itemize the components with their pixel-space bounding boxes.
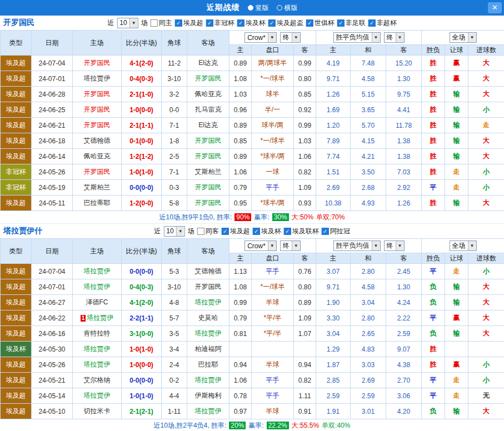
recent-count-value: 10 [166,227,173,235]
odds-stage-select[interactable]: 终▼ [280,240,301,251]
layout-radio-horizontal[interactable]: 横版 [277,3,298,13]
odds-company-select[interactable]: Crow*▼ [244,32,277,43]
match-score: 1-0(1-0) [122,164,162,180]
euro-away-odds: 2.45 [386,264,422,279]
col-header-home: 主场 [73,239,122,264]
recent-count-select[interactable]: 10▼ [117,18,138,28]
handicap-result-cell: 走 [445,264,468,279]
goals-result-cell: 小 [468,102,504,118]
result-cell: 平 [422,373,445,388]
handicap-line: 半球 [252,295,294,310]
summary-part: 单双:70% [316,213,345,222]
col-header-result: 胜负 [422,253,445,264]
layout-radio-vertical[interactable]: 竖版 [248,3,269,13]
scope-select[interactable]: 全场▼ [450,240,477,251]
dropdown-arrow-icon: ▼ [372,241,380,250]
home-team: 塔拉贾伊 [73,279,122,295]
goals-result-cell: 大 [468,279,504,295]
col-header-goals: 进球数 [468,253,504,264]
goals-result-cell: 小 [468,357,504,373]
col-header-handicap-result: 让球 [445,45,468,56]
recent-count-value: 10 [119,19,127,27]
league-filter[interactable]: ✓埃及超 [175,18,203,28]
col-header-eu-draw: 和 [351,253,386,264]
league-type-cell: 埃及超 [1,404,32,419]
col-header-goals: 进球数 [468,45,504,56]
home-team: 开罗国民 [73,87,122,102]
euro-draw-odds: 3.01 [351,404,386,419]
home-team: 切拉米卡 [73,404,122,419]
matches-label: 场 [141,18,148,28]
handicap-result-cell: 输 [445,102,468,118]
league-filter[interactable]: ✓埃及联杯 [284,227,319,236]
away-team-name: 塔拉贾伊 [195,329,222,337]
match-row: 埃及超24-06-14佩哈亚克1-2(1-2)2-5开罗国民0.89*球半/两1… [1,149,504,164]
away-team: 史莫哈 [187,310,229,326]
col-header-date: 日期 [32,239,73,264]
result-cell: 平 [422,388,445,404]
league-filter[interactable]: ✓埃及杯 [253,227,281,236]
summary-part: 赢率: [248,421,263,430]
euro-away-odds: 3.06 [386,388,422,404]
away-team: 艾德翰德 [187,264,229,279]
league-filter[interactable]: ✓世俱杯 [306,18,335,28]
handicap-result-cell: 输 [445,326,468,342]
col-header-away: 客场 [187,239,229,264]
euro-odds-select[interactable]: 胜平负均值▼ [333,240,381,251]
dropdown-arrow-icon: ▼ [268,241,276,250]
odds-stage-select[interactable]: 终▼ [280,32,301,43]
league-filter[interactable]: ✓埃及超盃 [268,18,303,28]
asian-home-odds: 0.97 [229,404,252,419]
euro-home-odds: 1.20 [316,118,351,133]
goals-result-cell: 大 [468,133,504,149]
same-venue-filter[interactable]: 同主 [151,18,172,28]
euro-away-odds: 2.92 [386,180,422,196]
handicap-result-cell: 走 [445,388,468,404]
handicap-result-cell: 输 [445,133,468,149]
match-row: 埃及超24-06-18艾德翰德0-1(0-0)1-8开罗国民0.85*一/球半1… [1,133,504,149]
match-date: 24-06-27 [32,295,73,310]
league-type-cell: 埃及超 [1,388,32,404]
euro-stage-select[interactable]: 终▼ [384,240,405,251]
league-filter[interactable]: ✓埃及超 [222,227,250,236]
team-section-away: 塔拉贾伊什 近10▼场同客✓埃及超✓埃及杯✓埃及联杯✓阿拉冠 类型 日期 主场 … [0,224,504,431]
league-filter[interactable]: ✓埃及杯 [237,18,266,28]
handicap-line: 半球 [252,357,294,373]
euro-away-odds: 9.07 [386,342,422,357]
matches-table: 类型 日期 主场 比分(半场) 角球 客场 Crow*▼ 终▼ 胜平负均 [0,238,504,419]
match-row: 埃及超24-07-04开罗国民4-1(2-0)11-2El达克0.89两/两球半… [1,56,504,71]
checkbox-icon [197,228,204,235]
handicap-result-cell: 走 [445,180,468,196]
euro-draw-odds: 5.15 [351,87,386,102]
corner-score: 2-4 [162,357,187,373]
asian-home-odds: 0.78 [229,388,252,404]
league-filter[interactable]: ✓非冠杯 [206,18,234,28]
euro-away-odds: 1.38 [386,149,422,164]
close-button[interactable]: ✕ [488,2,502,13]
euro-odds-select[interactable]: 胜平负均值▼ [333,32,381,43]
match-row: 埃及超24-07-04塔拉贾伊0-0(0-0)5-3艾德翰德1.13平手0.76… [1,264,504,279]
asian-away-odds: 1.09 [294,180,316,196]
result-cell: 胜 [422,149,445,164]
radio-vertical-label: 竖版 [256,3,269,13]
euro-away-odds: 4.20 [386,404,422,419]
away-team-name: 伊斯梅利 [195,392,222,399]
col-header-corner: 角球 [162,31,187,56]
euro-home-odds: 10.38 [316,196,351,211]
summary-part: 20% [229,422,246,429]
euro-away-odds: 2.22 [386,310,422,326]
away-team: 开罗国民 [187,149,229,164]
corner-score: 0-2 [162,373,187,388]
scope-select[interactable]: 全场▼ [450,32,477,43]
league-filter[interactable]: ✓阿拉冠 [322,227,350,236]
home-team: 开罗国民 [73,56,122,71]
league-filter[interactable]: ✓非超杯 [368,18,397,28]
euro-home-odds: 3.04 [316,326,351,342]
same-venue-filter[interactable]: 同客 [197,227,219,236]
odds-company-select[interactable]: Crow*▼ [244,240,277,251]
recent-count-select[interactable]: 10▼ [163,226,184,237]
league-filter[interactable]: ✓非足联 [337,18,366,28]
euro-stage-select[interactable]: 终▼ [384,32,405,43]
handicap-result-cell: 输 [445,118,468,133]
corner-score: 3-5 [162,326,187,342]
